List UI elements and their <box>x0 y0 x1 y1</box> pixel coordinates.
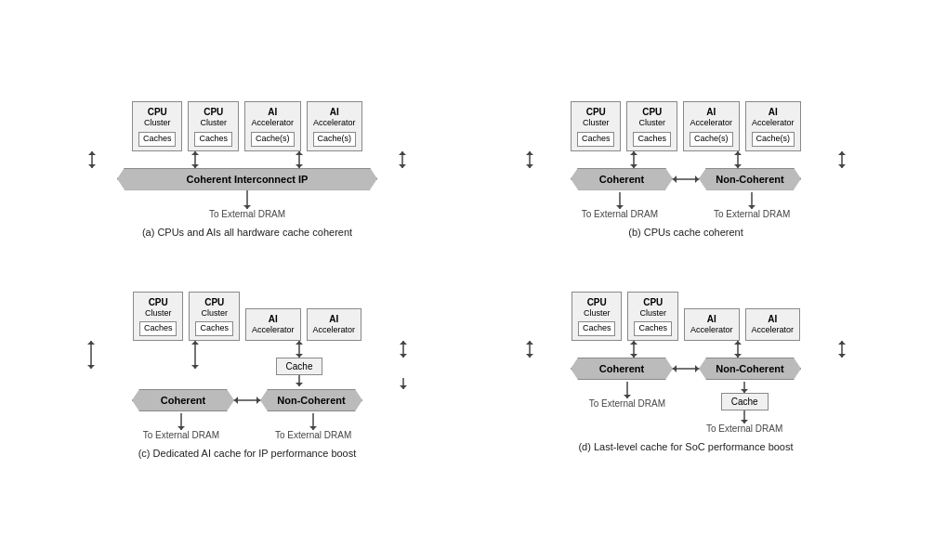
node-cpu2-d: CPU Cluster Caches <box>627 292 678 341</box>
svg-marker-16 <box>526 164 533 168</box>
arrow-b4 <box>790 151 894 168</box>
svg-marker-50 <box>234 397 238 404</box>
node-cpu2-a: CPU Cluster Caches <box>188 101 239 150</box>
svg-marker-15 <box>526 151 533 155</box>
h-arrow-d <box>673 361 699 376</box>
dram-text-d1: To External DRAM <box>589 398 665 409</box>
arrow-b3 <box>686 151 790 168</box>
diagram-d: CPU Cluster Caches CPU Cluster Caches AI… <box>474 292 898 459</box>
node-ai1-b: AI Accelerator Cache(s) <box>683 101 740 150</box>
arrow-d3 <box>686 341 790 358</box>
dram-text-b2: To External DRAM <box>714 209 790 219</box>
arrows-a <box>35 151 459 168</box>
node-cpu1-c: CPU Cluster Caches <box>133 292 184 341</box>
svg-marker-28 <box>695 176 699 183</box>
dram-right-d: Cache To External DRAM <box>706 382 782 434</box>
caption-d: (d) Last-level cache for SoC performance… <box>578 441 793 452</box>
banner-coherent-d: Coherent <box>571 358 673 380</box>
dram-arrows-c: To External DRAM To External DRAM <box>143 413 352 440</box>
dram-left-b: To External DRAM <box>582 192 658 219</box>
dram-text-b1: To External DRAM <box>582 209 658 219</box>
arrow-a2 <box>147 151 245 168</box>
nodes-row-b: CPU Cluster Caches CPU Cluster Caches AI… <box>571 101 801 150</box>
nodes-row-a: CPU Cluster Caches CPU Cluster Caches AI… <box>132 101 362 150</box>
arrows-d-top <box>474 341 898 358</box>
main-container: CPU Cluster Caches CPU Cluster Caches AI… <box>20 86 913 474</box>
dram-left-c: To External DRAM <box>143 413 219 440</box>
svg-marker-48 <box>400 385 407 389</box>
arrow-c3-cache: Cache <box>247 341 351 386</box>
svg-marker-18 <box>630 151 637 155</box>
svg-marker-24 <box>838 151 846 155</box>
node-cpu1-d: CPU Cluster Caches <box>572 292 623 341</box>
svg-marker-60 <box>630 341 637 345</box>
caption-a: (a) CPUs and AIs all hardware cache cohe… <box>142 227 352 238</box>
svg-marker-25 <box>838 164 846 168</box>
banner-coherent-c: Coherent <box>132 389 234 411</box>
dram-right-b: To External DRAM <box>714 192 790 219</box>
svg-marker-1 <box>88 151 96 155</box>
svg-marker-4 <box>191 151 199 155</box>
svg-marker-21 <box>734 151 742 155</box>
arrow-a3 <box>250 151 348 168</box>
svg-marker-69 <box>673 365 677 372</box>
node-ai1-c: AI Accelerator <box>245 308 301 341</box>
svg-marker-43 <box>296 383 303 386</box>
svg-marker-7 <box>296 151 303 155</box>
node-cpu2-b: CPU Cluster Caches <box>626 101 677 150</box>
dram-text-a: To External DRAM <box>209 209 285 219</box>
dram-section-d: To External DRAM Cache To External DRAM <box>589 382 783 434</box>
node-cpu2-c: CPU Cluster Caches <box>189 292 240 341</box>
svg-marker-5 <box>191 164 199 168</box>
svg-marker-51 <box>256 397 260 404</box>
arrow-c1 <box>39 341 143 369</box>
arrows-c-top: Cache <box>35 341 459 389</box>
nodes-row-c: CPU Cluster Caches CPU Cluster Caches AI… <box>133 292 361 341</box>
arrow-a4 <box>354 151 453 168</box>
node-ai2-b: AI Accelerator Cache(s) <box>745 101 802 150</box>
arrow-d1 <box>478 341 582 358</box>
arrows-b-top <box>474 151 898 168</box>
node-ai2-c: AI Accelerator <box>307 308 362 341</box>
h-arrow-c <box>234 393 260 408</box>
svg-marker-40 <box>296 341 303 345</box>
banner-noncoherent-b: Non-Coherent <box>699 168 801 190</box>
caption-c: (c) Dedicated AI cache for IP performanc… <box>138 448 357 459</box>
arrow-dram-a <box>242 190 253 209</box>
svg-marker-2 <box>88 164 96 168</box>
banners-b: Coherent Non-Coherent <box>571 168 801 190</box>
banners-d: Coherent Non-Coherent <box>571 358 801 380</box>
cache-box-c: Cache <box>276 358 323 375</box>
dram-right-c: To External DRAM <box>275 413 351 440</box>
node-ai2-d: AI Accelerator <box>745 308 801 341</box>
arrow-c4-cache <box>351 341 455 389</box>
svg-marker-34 <box>87 341 95 345</box>
arrow-d4 <box>790 341 894 358</box>
arrow-c2 <box>143 341 247 369</box>
svg-marker-11 <box>399 164 406 168</box>
node-cpu1-b: CPU Cluster Caches <box>571 101 622 150</box>
arrow-d2 <box>582 341 686 358</box>
node-cpu1-a: CPU Cluster Caches <box>132 101 183 150</box>
svg-marker-38 <box>191 365 199 369</box>
banner-coherent-b: Coherent <box>571 168 673 190</box>
diagram-b: CPU Cluster Caches CPU Cluster Caches AI… <box>474 101 898 268</box>
node-ai1-d: AI Accelerator <box>684 308 740 341</box>
diagrams-grid: CPU Cluster Caches CPU Cluster Caches AI… <box>35 101 898 459</box>
banner-noncoherent-c: Non-Coherent <box>260 389 362 411</box>
svg-marker-66 <box>838 341 846 345</box>
svg-marker-70 <box>695 365 699 372</box>
dram-text-c2: To External DRAM <box>275 430 351 440</box>
diagram-a: CPU Cluster Caches CPU Cluster Caches AI… <box>35 101 459 268</box>
svg-marker-57 <box>526 341 533 345</box>
node-ai2-a: AI Accelerator Cache(s) <box>307 101 363 150</box>
svg-marker-63 <box>734 341 742 345</box>
dram-arrows-b: To External DRAM To External DRAM <box>582 192 791 219</box>
arrow-b1 <box>478 151 582 168</box>
svg-marker-35 <box>87 365 95 369</box>
cache-box-d: Cache <box>721 393 769 410</box>
banners-c: Coherent Non-Coherent <box>132 389 362 411</box>
nodes-row-d: CPU Cluster Caches CPU Cluster Caches AI… <box>572 292 800 341</box>
svg-marker-10 <box>399 151 406 155</box>
svg-marker-8 <box>296 164 303 168</box>
